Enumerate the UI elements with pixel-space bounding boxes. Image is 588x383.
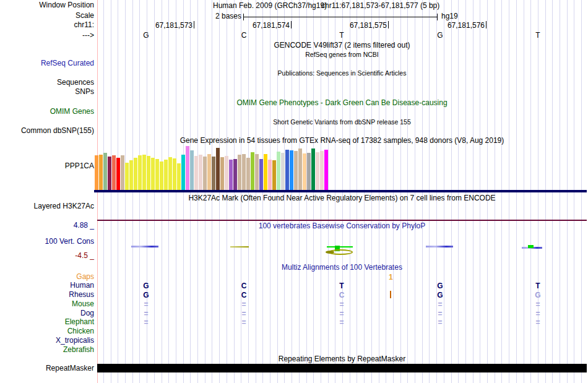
multiz-cell-human: G <box>140 282 152 290</box>
scale-bar <box>243 17 438 17</box>
track-label-elephant[interactable]: Elephant <box>0 318 94 326</box>
phylop-green-peak <box>528 245 534 248</box>
track-title-multiz-alignments-of-100-verte[interactable]: Multiz Alignments of 100 Vertebrates <box>97 264 587 272</box>
gtex-expression-bar <box>103 153 107 190</box>
gtex-expression-bar <box>324 150 328 190</box>
gtex-expression-bar <box>229 160 233 190</box>
gtex-expression-bar <box>303 153 306 190</box>
phylop-positive-mark <box>131 246 158 247</box>
multiz-cell-rhesus: G <box>434 291 446 299</box>
phylop-green-line <box>327 246 353 247</box>
track-label-x-tropicalis[interactable]: X_tropicalis <box>0 337 94 345</box>
multiz-cell-elephant: = <box>238 318 250 327</box>
gtex-expression-bar <box>246 158 250 190</box>
gtex-expression-bar <box>142 155 146 190</box>
track-label-window-position: Window Position <box>0 1 94 9</box>
track-label-ppp1ca[interactable]: PPP1CA <box>0 162 94 170</box>
multiz-cell-mouse: = <box>335 300 348 309</box>
gtex-expression-bar <box>99 155 103 190</box>
ruler-coordinate-tick <box>291 21 292 28</box>
gtex-expression-bar <box>121 155 124 190</box>
gtex-expression-bar <box>251 152 254 190</box>
gtex-expression-bar <box>190 150 194 190</box>
gtex-expression-bar <box>199 155 202 190</box>
reference-base-letter: C <box>238 31 250 40</box>
phylop-positive-mark <box>426 246 453 247</box>
track-label-4-5: -4.5 _ <box>0 252 94 260</box>
repeatmasker-element-bar[interactable] <box>97 364 587 372</box>
conservation-track-top-line <box>97 220 587 221</box>
track-title-100-vertebrates-basewise-conse[interactable]: 100 vertebrates Basewise Conservation by… <box>97 222 587 230</box>
gtex-expression-bar <box>272 160 276 190</box>
gtex-expression-bar <box>277 152 280 190</box>
track-label-omim-genes[interactable]: OMIM Genes <box>0 108 94 116</box>
track-title-short-genetic-variants-from-db[interactable]: Short Genetic Variants from dbSNP releas… <box>97 118 587 126</box>
track-label-common-dbsnp-155[interactable]: Common dbSNP(155) <box>0 127 94 135</box>
gtex-expression-bar <box>160 161 163 190</box>
track-label-scale: Scale <box>0 12 94 20</box>
gtex-expression-bar <box>294 151 298 190</box>
gtex-expression-bar <box>112 155 116 190</box>
gtex-expression-bar <box>285 150 289 190</box>
track-title-gencode-v49lift37-2-items-filt[interactable]: GENCODE V49lift37 (2 items filtered out) <box>97 41 587 49</box>
gtex-expression-bar <box>320 151 324 190</box>
track-title-repeating-elements-by-repeatma[interactable]: Repeating Elements by RepeatMasker <box>97 355 587 363</box>
gtex-expression-bar <box>207 154 211 190</box>
gtex-expression-bar <box>220 157 224 190</box>
gtex-expression-bar <box>186 146 189 190</box>
ruler-coordinate-label: 67,181,574 <box>235 21 290 30</box>
gtex-expression-bar <box>151 158 155 190</box>
gtex-expression-bar <box>268 160 272 190</box>
ruler-coordinate-tick <box>486 21 486 28</box>
ruler-coordinate-label: 67,181,576 <box>430 21 485 30</box>
track-label-refseq-curated[interactable]: RefSeq Curated <box>0 59 94 67</box>
track-label-dog[interactable]: Dog <box>0 309 94 317</box>
track-label-zebrafish[interactable]: Zebrafish <box>0 346 94 354</box>
phylop-negative-mark <box>230 246 249 247</box>
gtex-expression-bar <box>255 154 259 190</box>
gtex-expression-bar <box>259 159 263 190</box>
gtex-expression-bar <box>212 157 215 190</box>
multiz-cell-human: T <box>335 282 348 290</box>
track-label-4-88: 4.88 _ <box>0 222 94 230</box>
track-label-layered-h3k27ac[interactable]: Layered H3K27Ac <box>0 202 94 210</box>
gtex-expression-bar <box>125 163 129 190</box>
scale-bar-right-tick <box>437 14 438 20</box>
gtex-expression-bar <box>95 155 98 190</box>
track-title-refseq-genes-from-ncbi[interactable]: RefSeq genes from NCBI <box>97 51 587 59</box>
track-label-chicken[interactable]: Chicken <box>0 327 94 335</box>
multiz-cell-mouse: = <box>532 300 544 309</box>
gtex-expression-bar <box>173 158 176 190</box>
multiz-cell-human: G <box>434 282 446 290</box>
track-label-repeatmasker[interactable]: RepeatMasker <box>0 364 94 372</box>
ruler-coordinate-tick <box>388 21 389 28</box>
gtex-expression-bar <box>177 163 181 190</box>
gtex-expression-bar <box>281 153 285 190</box>
ruler-coordinate-label: 67,181,573 <box>138 21 192 30</box>
track-label-: ---> <box>0 32 94 40</box>
multiz-cell-mouse: = <box>434 300 446 309</box>
gtex-expression-bar <box>238 155 241 190</box>
track-label-snps[interactable]: SNPs <box>0 88 94 96</box>
multiz-cell-elephant: = <box>532 318 544 327</box>
track-label-sequences[interactable]: Sequences <box>0 79 94 87</box>
multiz-cell-dog: = <box>434 309 446 318</box>
track-title-publications-sequences-in-scie[interactable]: Publications: Sequences in Scientific Ar… <box>97 69 587 77</box>
multiz-cell-human: C <box>238 282 250 290</box>
multiz-cell-elephant: = <box>335 318 348 327</box>
position-title: chr11:67,181,573-67,181,577 (5 bp) <box>321 1 439 10</box>
track-label-100-vert-cons[interactable]: 100 Vert. Cons <box>0 238 94 246</box>
gtex-expression-bar <box>194 156 198 190</box>
multiz-cell-elephant: = <box>140 318 152 327</box>
gtex-expression-bar <box>316 152 319 190</box>
track-label-rhesus[interactable]: Rhesus <box>0 291 94 299</box>
track-label-mouse[interactable]: Mouse <box>0 300 94 308</box>
track-title-omim-gene-phenotypes-dark-gree[interactable]: OMIM Gene Phenotypes - Dark Green Can Be… <box>97 99 587 107</box>
track-label-human[interactable]: Human <box>0 282 94 290</box>
gtex-expression-bar <box>129 160 133 190</box>
track-title-h3k27ac-mark-often-found-near-[interactable]: H3K27Ac Mark (Often Found Near Active Re… <box>97 194 587 202</box>
gtex-expression-bar <box>168 157 172 190</box>
track-label-gaps[interactable]: Gaps <box>0 273 94 281</box>
track-title-gene-expression-in-54-tissues-[interactable]: Gene Expression in 54 tissues from GTEx … <box>97 137 587 145</box>
reference-base-letter: T <box>532 31 544 40</box>
